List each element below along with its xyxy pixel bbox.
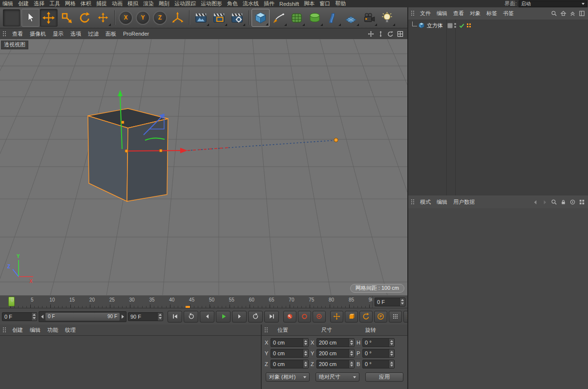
play-backwards-button[interactable] xyxy=(184,311,198,323)
main-menu-item-18[interactable]: 窗口 xyxy=(317,0,333,7)
step-up-icon[interactable] xyxy=(159,314,162,316)
step-up-icon[interactable] xyxy=(33,314,36,316)
render-settings-button[interactable] xyxy=(228,9,246,27)
rotate-tool-button[interactable] xyxy=(76,9,94,27)
gizmo-x-axis[interactable] xyxy=(126,151,181,151)
material-menu-item-0[interactable]: 创建 xyxy=(9,326,26,334)
gizmo-y-arrowhead[interactable] xyxy=(118,90,123,96)
range-right-arrow-icon[interactable] xyxy=(122,315,124,319)
move-tool-button[interactable] xyxy=(40,9,58,27)
step-down-icon[interactable] xyxy=(401,303,404,304)
extrude-generator-button[interactable] xyxy=(306,9,324,27)
main-menu-item-5[interactable]: 体积 xyxy=(78,0,94,7)
y-axis-lock-button[interactable]: Y xyxy=(136,11,150,25)
home-icon[interactable] xyxy=(560,10,567,17)
position-y-field[interactable]: 0 cm xyxy=(271,349,309,358)
stepper-arrows[interactable] xyxy=(349,360,354,368)
object-manager-menu-item-4[interactable]: 标签 xyxy=(483,10,500,17)
attribute-manager-menu-item-2[interactable]: 用户数据 xyxy=(450,198,478,206)
enabled-check-icon[interactable] xyxy=(459,22,465,29)
rotation-b-field[interactable]: 0 ° xyxy=(362,360,395,368)
x-axis-lock-button[interactable]: X xyxy=(119,11,133,25)
stepper-arrows[interactable] xyxy=(399,298,405,306)
main-menu-item-7[interactable]: 动画 xyxy=(109,0,125,7)
stepper-arrows[interactable] xyxy=(157,313,163,321)
apply-button[interactable]: 应用 xyxy=(365,372,403,382)
z-axis-lock-button[interactable]: Z xyxy=(153,11,167,25)
viewport-menu-item-5[interactable]: 面板 xyxy=(102,30,120,38)
layer-chip-icon[interactable] xyxy=(447,23,453,28)
render-view-button[interactable] xyxy=(192,9,210,27)
point-level-animation-toggle[interactable] xyxy=(389,311,402,323)
stepper-arrows[interactable] xyxy=(303,349,308,357)
autokeying-button[interactable] xyxy=(298,311,311,323)
previous-frame-button[interactable] xyxy=(200,311,214,323)
primitive-cube-button[interactable] xyxy=(252,9,270,27)
keyframe-selection-button[interactable] xyxy=(313,311,326,323)
live-selection-tool-button[interactable] xyxy=(21,9,40,27)
main-menu-item-13[interactable]: 角色 xyxy=(225,0,240,7)
object-manager-menu-item-3[interactable]: 对象 xyxy=(467,10,483,17)
object-manager-menu-item-1[interactable]: 编辑 xyxy=(434,10,450,17)
main-menu-item-3[interactable]: 工具 xyxy=(47,0,63,7)
gizmo-handle-dot[interactable] xyxy=(160,150,163,152)
main-menu-item-17[interactable]: 脚本 xyxy=(301,0,317,7)
search-icon[interactable] xyxy=(551,10,557,17)
collapse-up-icon[interactable] xyxy=(569,10,576,17)
main-menu-item-14[interactable]: 流水线 xyxy=(240,0,261,7)
main-menu-item-10[interactable]: 雕刻 xyxy=(156,0,172,7)
step-down-icon[interactable] xyxy=(33,317,36,319)
stepper-arrows[interactable] xyxy=(389,360,394,368)
step-up-icon[interactable] xyxy=(401,299,404,301)
gizmo-handle-dot[interactable] xyxy=(122,121,125,124)
record-rotation-toggle[interactable] xyxy=(359,311,373,323)
menu-grid-icon[interactable] xyxy=(579,199,585,205)
target-icon[interactable] xyxy=(569,199,576,205)
viewport-menu-item-2[interactable]: 显示 xyxy=(49,30,67,38)
rotation-p-field[interactable]: 0 ° xyxy=(362,349,395,358)
position-x-field[interactable]: 0 cm xyxy=(271,338,309,347)
stepper-arrows[interactable] xyxy=(349,339,354,346)
record-position-toggle[interactable] xyxy=(330,311,343,323)
main-menu-item-4[interactable]: 网格 xyxy=(63,0,78,7)
object-manager-menu-item-5[interactable]: 书签 xyxy=(500,10,517,17)
dolly-view-icon[interactable] xyxy=(378,31,384,37)
search-icon[interactable] xyxy=(551,199,557,205)
drag-handle-icon[interactable] xyxy=(2,31,7,37)
gizmo-x-arrowhead[interactable] xyxy=(180,148,188,153)
object-manager-menu-item-2[interactable]: 查看 xyxy=(450,10,467,17)
last-used-tool-button[interactable] xyxy=(94,9,112,27)
record-scale-toggle[interactable] xyxy=(345,311,358,323)
rotation-h-field[interactable]: 0 ° xyxy=(362,338,395,347)
viewport-menu-item-0[interactable]: 查看 xyxy=(9,30,26,38)
goto-start-button[interactable] xyxy=(168,311,182,323)
preview-range-slider[interactable]: 0 F 90 F xyxy=(39,311,126,322)
coordinate-mode-dropdown[interactable]: 对象 (相对) xyxy=(266,372,310,382)
object-manager-list[interactable]: 立方体 xyxy=(408,20,588,195)
subdivision-surface-button[interactable] xyxy=(288,9,306,27)
goto-end-button[interactable] xyxy=(264,311,279,323)
viewport-perspective[interactable]: Y X Z 透视视图 网格间距 : 100 cm xyxy=(0,39,407,295)
scene-start-frame-spinner[interactable]: 0 F xyxy=(2,312,37,321)
size-x-field[interactable]: 200 cm xyxy=(316,338,355,347)
scale-tool-button[interactable] xyxy=(58,9,76,27)
record-keyframe-button[interactable] xyxy=(283,311,296,323)
main-menu-item-11[interactable]: 运动跟踪 xyxy=(172,0,198,7)
attribute-manager-menu-item-1[interactable]: 编辑 xyxy=(434,198,450,206)
object-manager-menu-item-0[interactable]: 文件 xyxy=(417,10,434,17)
step-down-icon[interactable] xyxy=(159,317,162,319)
light-button[interactable] xyxy=(378,9,396,27)
material-list-area[interactable] xyxy=(0,336,261,389)
next-frame-button[interactable] xyxy=(232,311,247,323)
position-z-field[interactable]: 0 cm xyxy=(271,360,309,368)
object-row-cube[interactable]: 立方体 xyxy=(408,20,588,30)
history-back-icon[interactable] xyxy=(532,199,539,205)
record-parameter-toggle[interactable]: P xyxy=(374,311,387,323)
bend-deformer-button[interactable] xyxy=(324,9,342,27)
main-menu-item-15[interactable]: 插件 xyxy=(261,0,277,7)
render-to-picture-viewer-button[interactable] xyxy=(210,9,228,27)
viewport-menu-item-4[interactable]: 过滤 xyxy=(84,30,102,38)
main-menu-item-12[interactable]: 运动图形 xyxy=(198,0,225,7)
spline-pen-button[interactable] xyxy=(270,9,288,27)
drag-handle-icon[interactable] xyxy=(411,199,415,205)
